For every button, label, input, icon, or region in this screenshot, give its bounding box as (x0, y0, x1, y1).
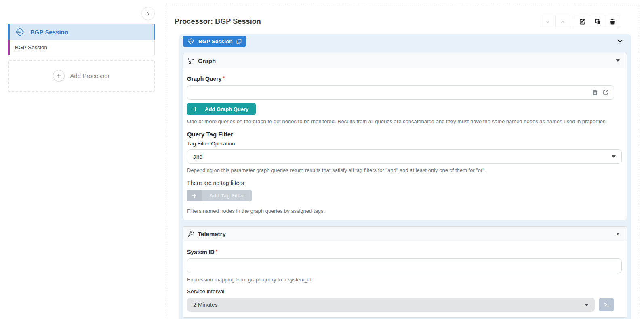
graph-query-input-wrap (187, 85, 614, 100)
move-down-button[interactable] (540, 15, 555, 28)
edit-icon (579, 18, 586, 25)
telemetry-section: Telemetry System ID* Expression mapping … (183, 226, 627, 318)
bgp-session-panel-body: Graph Graph Query* (179, 48, 631, 318)
terminal-icon (603, 301, 610, 308)
processor-stage-row[interactable]: BGP Session (8, 40, 155, 55)
graph-icon (187, 57, 194, 64)
processor-card: BGP BGP Session BGP Session (8, 24, 155, 55)
bgp-badge-icon-label: BGP (189, 40, 193, 42)
bold-chevron-down-icon (617, 38, 623, 44)
bgp-icon-label: BGP (17, 31, 22, 33)
bgp-session-panel: BGP BGP Session (179, 34, 631, 319)
processor-toolbar (540, 15, 620, 28)
tag-filter-operation-select[interactable]: and (187, 149, 622, 164)
processor-card-header[interactable]: BGP BGP Session (8, 24, 155, 40)
system-id-label-text: System ID (187, 249, 215, 255)
sidebar-expand-button[interactable] (141, 7, 155, 20)
add-processor-label: Add Processor (70, 72, 109, 79)
app-root: BGP BGP Session BGP Session Add Processo… (0, 0, 644, 319)
graph-section: Graph Graph Query* (183, 53, 627, 220)
telemetry-section-body: System ID* Expression mapping from graph… (183, 241, 627, 317)
panel-header: Processor: BGP Session (175, 15, 631, 28)
processor-badge[interactable]: BGP BGP Session (183, 36, 246, 47)
tag-filter-operation-label: Tag Filter Operation (187, 141, 622, 147)
page-title: Processor: BGP Session (175, 17, 261, 26)
add-graph-query-button[interactable]: Add Graph Query (187, 103, 256, 115)
plus-icon (193, 107, 198, 111)
processor-detail-panel: Processor: BGP Session (166, 5, 639, 319)
processor-badge-label: BGP Session (198, 38, 233, 44)
required-marker: * (216, 249, 218, 254)
graph-query-label-text: Graph Query (187, 76, 222, 82)
reorder-button-group (540, 15, 570, 28)
query-tag-filter-heading: Query Tag Filter (187, 131, 622, 138)
tag-filter-operation-help: Depending on this parameter graph querie… (187, 167, 622, 173)
caret-down-icon (612, 155, 616, 158)
delete-button[interactable] (605, 15, 620, 28)
plus-icon (187, 190, 202, 201)
caret-down-icon (616, 59, 620, 62)
edit-button[interactable] (575, 15, 590, 28)
service-interval-row: 2 Minutes (187, 298, 614, 312)
duplicate-button[interactable] (590, 15, 605, 28)
processor-card-title: BGP Session (30, 29, 68, 36)
chevron-up-icon (560, 19, 566, 25)
chevron-down-icon (545, 19, 551, 25)
graph-query-help: One or more queries on the graph to get … (187, 118, 622, 124)
graph-query-label: Graph Query* (187, 76, 622, 82)
sidebar-top (8, 0, 155, 24)
caret-down-icon (616, 233, 620, 235)
system-id-help: Expression mapping from graph query to a… (187, 277, 622, 283)
duplicate-icon (594, 18, 601, 25)
add-tag-filter-button[interactable]: Add Tag Filter (187, 190, 252, 201)
chevron-right-icon (145, 11, 151, 17)
tag-filter-operation-value: and (193, 153, 202, 160)
bgp-processor-icon: BGP (14, 26, 25, 38)
processor-stage-label: BGP Session (15, 44, 47, 50)
system-id-input[interactable] (187, 259, 617, 273)
file-text-icon[interactable] (592, 89, 598, 96)
graph-query-input-icons (592, 89, 609, 96)
telemetry-section-title: Telemetry (198, 231, 226, 237)
system-id-input-wrap (187, 258, 622, 273)
graph-section-title: Graph (198, 57, 216, 64)
add-graph-query-label: Add Graph Query (205, 106, 248, 112)
move-up-button[interactable] (555, 15, 570, 28)
wrench-icon (187, 231, 194, 237)
copy-name-icon[interactable] (236, 38, 242, 44)
service-interval-label: Service interval (187, 288, 622, 294)
bgp-session-panel-header: BGP BGP Session (179, 34, 631, 48)
plus-icon (53, 70, 65, 82)
trash-icon (609, 19, 616, 25)
processors-sidebar: BGP BGP Session BGP Session Add Processo… (0, 0, 166, 319)
telemetry-section-header[interactable]: Telemetry (183, 227, 627, 241)
system-id-label: System ID* (187, 249, 622, 255)
required-marker: * (223, 76, 225, 81)
external-link-icon[interactable] (602, 89, 609, 96)
action-button-group (575, 15, 620, 28)
add-tag-filter-label: Add Tag Filter (202, 190, 252, 201)
no-tag-filters-text: There are no tag filters (187, 180, 622, 186)
collapse-panel-button[interactable] (617, 38, 623, 44)
graph-section-header[interactable]: Graph (183, 53, 627, 68)
bgp-badge-icon: BGP (187, 37, 195, 45)
tag-filter-help: Filters named nodes in the graph queries… (187, 208, 622, 214)
caret-down-icon (585, 304, 589, 306)
expression-console-button[interactable] (599, 298, 614, 311)
graph-query-input[interactable] (187, 86, 592, 99)
add-processor-button[interactable]: Add Processor (8, 60, 155, 92)
service-interval-value: 2 Minutes (193, 302, 218, 308)
service-interval-select[interactable]: 2 Minutes (187, 298, 595, 312)
graph-section-body: Graph Query* (183, 68, 627, 220)
